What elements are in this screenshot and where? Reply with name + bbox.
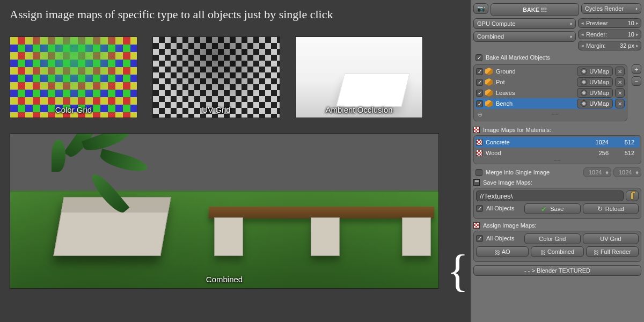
save-header: Save Image Maps: [473,179,641,186]
close-icon: ✕ [618,69,622,75]
big-render-label: Combined [10,275,438,284]
object-enable-checkbox[interactable] [476,79,483,86]
thumb-ambient-occlusion: Ambient Occlusion [295,36,423,118]
assign-group: All Objects Color Grid UV Grid AO Combin… [473,231,641,262]
merge-height-field[interactable]: 1024♦ [613,167,641,177]
increment-icon[interactable]: ▸ [635,32,639,37]
folder-icon [631,192,634,200]
render-engine-value: Cycles Render [585,5,624,12]
checkmark-icon: ✓ [541,205,547,213]
uv-map-name: UVMap [589,100,609,107]
uv-map-select[interactable]: UVMap [577,67,613,76]
close-icon: ✕ [618,101,622,107]
reload-button[interactable]: Reload [583,203,639,214]
material-height: 512 [615,150,639,156]
thumb-color-grid: Color Grid [10,36,137,118]
increment-icon[interactable]: ▸ [635,20,639,26]
promo-area: Assign image maps of specific type to al… [0,0,471,322]
snapshot-icon-button[interactable]: 📷 [473,3,488,14]
checker-icon [473,127,480,133]
browse-button[interactable] [626,191,639,201]
checker-icon [476,139,482,145]
merge-checkbox[interactable] [475,169,482,176]
clear-uv-button[interactable]: ✕ [615,77,625,87]
clear-uv-button[interactable]: ✕ [615,88,625,98]
material-width: 1024 [589,139,613,145]
render-engine-select[interactable]: Cycles Render ♦ [581,3,641,14]
increment-icon[interactable]: ▸ [635,43,639,48]
assign-color-grid-button[interactable]: Color Grid [524,233,581,244]
assign-full-render-button[interactable]: Full Render [586,246,639,257]
merge-label: Merge into Single Image [486,169,550,175]
object-row[interactable]: PotUVMap✕ [475,77,626,87]
dropdown-icon: ♦ [570,34,572,39]
render-samples-field[interactable]: ◂ Render: 10 ▸ [578,30,641,39]
close-icon: ✕ [618,90,622,96]
add-button[interactable]: ＋ [632,64,641,74]
object-row[interactable]: GroundUVMap✕ [475,66,626,77]
plant-leaves [69,143,177,202]
thumb-label: UV Grid [153,105,280,114]
resize-grip[interactable]: ━━ [475,158,640,163]
bench-top [209,207,435,218]
save-icon [473,179,480,186]
save-path-input[interactable] [476,191,624,201]
assign-combined-button[interactable]: Combined [531,246,583,257]
material-row[interactable]: Concrete1024512 [475,137,640,148]
object-name: Pot [495,79,575,85]
mesh-icon [485,100,493,107]
dropdown-icon: ♦ [570,21,572,26]
compute-device-value: GPU Compute [477,20,516,27]
object-name: Leaves [495,90,575,96]
material-row[interactable]: Wood256512 [475,148,640,158]
dropdown-icon: ♦ [635,6,638,11]
uv-map-select[interactable]: UVMap [577,88,613,98]
assign-all-objects-checkbox[interactable] [476,235,483,242]
object-enable-checkbox[interactable] [476,68,483,75]
save-button[interactable]: ✓ Save [524,203,581,214]
uv-icon [581,79,587,85]
bake-button[interactable]: BAKE !!! [491,3,579,16]
thumb-label: Color Grid [10,105,137,114]
link-icon [495,249,500,254]
assign-uv-grid-button[interactable]: UV Grid [583,233,639,244]
margin-field[interactable]: ◂ Margin: 32 px ▸ [578,41,641,50]
materials-list: Concrete1024512Wood256512 ━━ [473,135,641,164]
mesh-icon [485,68,493,75]
save-all-objects-checkbox[interactable] [476,205,483,212]
uv-map-select[interactable]: UVMap [577,77,613,87]
bench-leg [311,217,340,256]
reload-icon [597,205,603,213]
thumb-label: Ambient Occlusion [296,105,422,114]
bake-all-checkbox[interactable] [475,54,482,61]
add-object-row[interactable]: ⊕━━ [475,109,626,120]
bake-pass-select[interactable]: Combined♦ [473,31,576,42]
object-name: Bench [495,100,575,107]
object-row[interactable]: BenchUVMap✕ [475,98,626,109]
bake-panel: 📷 BAKE !!! Cycles Render ♦ GPU Compute♦ … [471,0,644,322]
link-icon [594,249,599,254]
bench-leg [214,217,243,256]
object-enable-checkbox[interactable] [476,90,483,97]
save-group: All Objects ✓ Save Reload [473,188,641,219]
remove-button[interactable]: － [632,76,641,86]
clear-uv-button[interactable]: ✕ [615,67,625,76]
assign-ao-button[interactable]: AO [476,246,529,257]
camera-icon: 📷 [477,5,485,12]
compute-device-select[interactable]: GPU Compute♦ [473,18,576,29]
dropdown-icon: ♦ [605,169,609,175]
preview-samples-field[interactable]: ◂ Preview: 10 ▸ [578,18,641,28]
object-list: GroundUVMap✕PotUVMap✕LeavesUVMap✕BenchUV… [473,64,627,121]
clear-uv-button[interactable]: ✕ [615,99,625,108]
merge-width-field[interactable]: 1024♦ [583,167,611,177]
object-enable-checkbox[interactable] [476,100,483,107]
dropdown-icon: ♦ [635,169,639,175]
brace-icon: { [447,258,469,284]
checker-icon [476,150,482,156]
uv-map-name: UVMap [589,79,609,85]
object-row[interactable]: LeavesUVMap✕ [475,87,626,98]
bake-all-label: Bake All Marked Objects [486,54,550,61]
material-width: 256 [589,150,613,156]
uv-map-select[interactable]: UVMap [577,99,613,108]
blender-textured-button[interactable]: - - > Blender TEXTURED [473,265,641,276]
